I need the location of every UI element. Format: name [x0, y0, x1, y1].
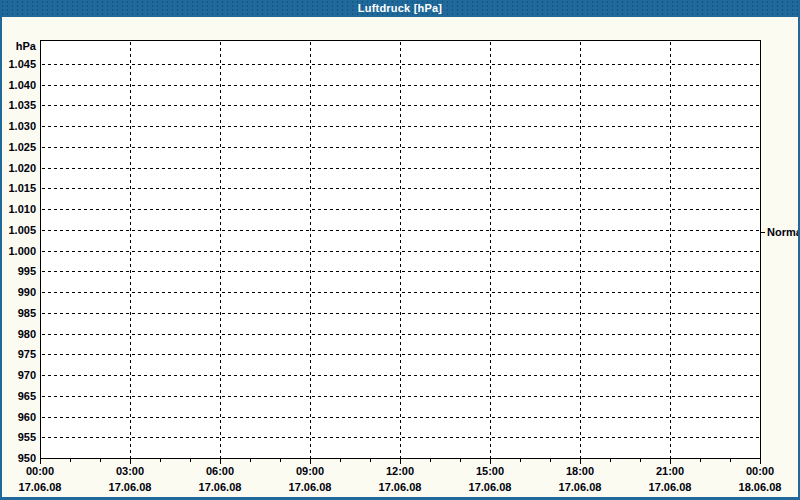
x-tick-date-label: 17.06.08 [649, 481, 692, 493]
y-tick-label: 1.015 [8, 182, 36, 194]
y-tick-label: 1.025 [8, 141, 36, 153]
x-tick-date-label: 17.06.08 [559, 481, 602, 493]
x-tick-date-label: 17.06.08 [469, 481, 512, 493]
x-tick-time-label: 15:00 [476, 465, 504, 477]
y-tick-label: 1.045 [8, 58, 36, 70]
x-tick-time-label: 00:00 [746, 465, 774, 477]
x-tick-date-label: 17.06.08 [199, 481, 242, 493]
chart-title: Luftdruck [hPa] [358, 2, 442, 14]
x-tick-time-label: 06:00 [206, 465, 234, 477]
y-tick-label: 980 [18, 328, 36, 340]
y-tick-label: 970 [18, 369, 36, 381]
y-tick-label: 975 [18, 348, 36, 360]
x-tick-time-label: 00:00 [26, 465, 54, 477]
x-tick-time-label: 03:00 [116, 465, 144, 477]
y-tick-label: 1.020 [8, 162, 36, 174]
y-tick-label: 965 [18, 390, 36, 402]
x-tick-time-label: 09:00 [296, 465, 324, 477]
y-tick-label: 995 [18, 265, 36, 277]
y-tick-label: 990 [18, 286, 36, 298]
x-tick-time-label: 18:00 [566, 465, 594, 477]
chart-title-bar: Luftdruck [hPa] [0, 0, 800, 17]
x-tick-date-label: 17.06.08 [109, 481, 152, 493]
x-tick-date-label: 17.06.08 [289, 481, 332, 493]
x-tick-time-label: 12:00 [386, 465, 414, 477]
x-tick-date-label: 17.06.08 [19, 481, 62, 493]
y-tick-label: 1.000 [8, 245, 36, 257]
y-tick-label: 1.030 [8, 120, 36, 132]
y-tick-label: 950 [18, 452, 36, 464]
x-tick-date-label: 18.06.08 [739, 481, 782, 493]
y-tick-label: 1.040 [8, 79, 36, 91]
pressure-chart-window: Luftdruck [hPa] hPa1.0451.0401.0351.0301… [0, 0, 800, 500]
chart-area: hPa1.0451.0401.0351.0301.0251.0201.0151.… [2, 17, 798, 497]
y-tick-label: 960 [18, 411, 36, 423]
y-tick-label: 955 [18, 431, 36, 443]
x-tick-date-label: 17.06.08 [379, 481, 422, 493]
y-axis-unit-label: hPa [16, 40, 37, 52]
x-tick-time-label: 21:00 [656, 465, 684, 477]
y-tick-label: 1.010 [8, 203, 36, 215]
y-tick-label: 1.035 [8, 99, 36, 111]
y-tick-label: 1.005 [8, 224, 36, 236]
y-tick-label: 985 [18, 307, 36, 319]
pressure-chart-plot: hPa1.0451.0401.0351.0301.0251.0201.0151.… [2, 17, 798, 497]
normal-marker-label: Normal [767, 226, 798, 238]
